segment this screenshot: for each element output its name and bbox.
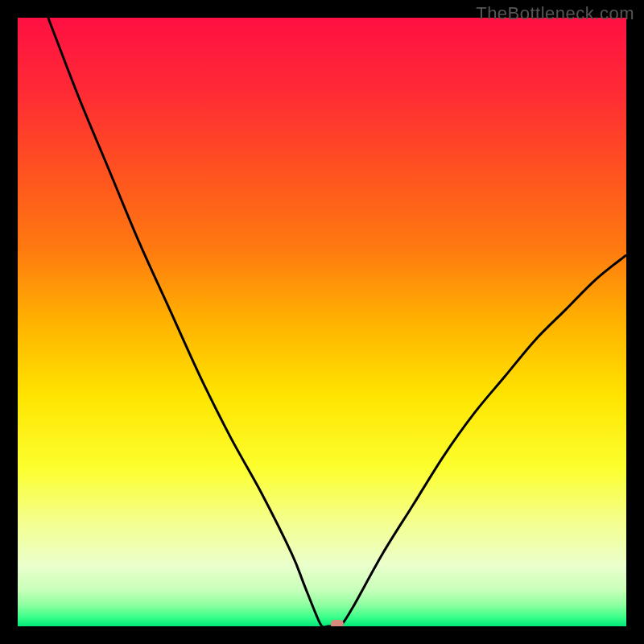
chart-svg [18, 18, 626, 626]
chart-frame: TheBottleneck.com [0, 0, 644, 644]
gradient-background [18, 18, 626, 626]
watermark-text: TheBottleneck.com [476, 3, 634, 24]
optimal-marker [331, 620, 344, 626]
plot-area [18, 18, 626, 626]
